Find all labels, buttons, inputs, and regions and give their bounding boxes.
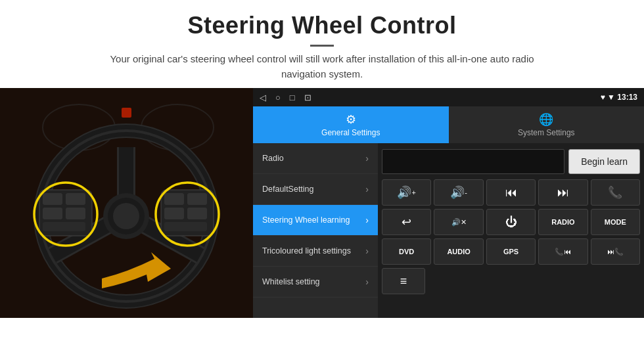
svg-rect-19 [43, 208, 62, 219]
dvd-button[interactable]: DVD [382, 238, 431, 265]
menu-item-default-label: DefaultSetting [262, 185, 314, 194]
clock: 13:13 [617, 93, 637, 102]
svg-rect-20 [66, 208, 85, 219]
page-subtitle: Your original car's steering wheel contr… [99, 52, 545, 81]
tab-system-label: System Settings [518, 128, 575, 137]
svg-rect-17 [43, 193, 62, 205]
begin-learn-row: Begin learn [382, 147, 640, 176]
system-settings-icon: 🌐 [539, 112, 553, 127]
svg-rect-23 [164, 193, 184, 205]
chevron-icon: › [365, 153, 369, 164]
power-button[interactable]: ⏻ [486, 209, 536, 235]
tab-bar: ⚙ General Settings 🌐 System Settings [253, 106, 644, 143]
left-menu: Radio › DefaultSetting › Steering Wheel … [253, 143, 378, 318]
radio-button[interactable]: RADIO [538, 209, 587, 235]
prev-track-button[interactable]: ⏮ [486, 179, 536, 206]
android-ui: ◁ ○ □ ⊡ ♥ ▼ 13:13 ⚙ General Settings 🌐 S… [253, 88, 644, 318]
steering-wheel-svg [0, 88, 253, 318]
tab-general-label: General Settings [321, 128, 380, 137]
page-divider [310, 45, 334, 47]
status-bar: ◁ ○ □ ⊡ ♥ ▼ 13:13 [253, 88, 644, 106]
status-bar-nav: ◁ ○ □ ⊡ [260, 93, 311, 102]
menu-item-whitelist[interactable]: Whitelist setting › [253, 267, 378, 298]
tab-system[interactable]: 🌐 System Settings [449, 106, 645, 143]
volume-down-button[interactable]: 🔊- [434, 179, 483, 206]
recents-icon[interactable]: □ [290, 93, 295, 102]
chevron-icon: › [365, 184, 369, 194]
car-image-section [0, 88, 253, 318]
menu-item-steering-label: Steering Wheel learning [262, 215, 350, 225]
chevron-icon: › [365, 246, 369, 256]
menu-item-tricoloured-label: Tricoloured light settings [262, 246, 351, 256]
control-row-4: ≡ [382, 268, 640, 294]
svg-rect-26 [187, 208, 207, 219]
menu-item-radio-label: Radio [262, 154, 284, 164]
mute-button[interactable]: 🔊✕ [434, 209, 483, 235]
svg-point-15 [113, 203, 139, 229]
menu-item-steering[interactable]: Steering Wheel learning › [253, 205, 378, 236]
back-icon[interactable]: ◁ [260, 93, 266, 102]
control-row-2: ↩ 🔊✕ ⏻ RADIO MODE [382, 209, 640, 235]
svg-rect-3 [122, 108, 131, 118]
control-row-3: DVD AUDIO GPS 📞⏮ ⏭📞 [382, 238, 640, 265]
learn-display [382, 149, 564, 174]
svg-rect-24 [187, 193, 207, 205]
page-title: Steering Wheel Control [13, 12, 631, 39]
audio-button[interactable]: AUDIO [434, 238, 483, 265]
car-image-bg [0, 88, 253, 318]
tab-general[interactable]: ⚙ General Settings [253, 106, 449, 143]
menu-item-radio[interactable]: Radio › [253, 143, 378, 174]
mode-button[interactable]: MODE [591, 209, 640, 235]
chevron-icon: › [365, 215, 369, 225]
status-time: ♥ ▼ 13:13 [601, 93, 637, 102]
gps-button[interactable]: GPS [486, 238, 536, 265]
menu-item-tricoloured[interactable]: Tricoloured light settings › [253, 236, 378, 267]
control-row-1: 🔊+ 🔊- ⏮ ⏭ 📞 [382, 179, 640, 206]
content-area: Radio › DefaultSetting › Steering Wheel … [253, 143, 644, 318]
phone-prev-button[interactable]: 📞⏮ [538, 238, 587, 265]
begin-learn-button[interactable]: Begin learn [568, 149, 640, 174]
svg-rect-25 [164, 208, 184, 219]
menu-list-button[interactable]: ≡ [382, 268, 425, 294]
chevron-icon: › [365, 277, 369, 287]
answer-button[interactable]: ↩ [382, 209, 431, 235]
right-panel: Begin learn 🔊+ 🔊- ⏮ ⏭ 📞 ↩ 🔊✕ ⏻ RADIO MOD [378, 143, 644, 318]
volume-up-button[interactable]: 🔊+ [382, 179, 431, 206]
svg-rect-27 [164, 222, 207, 231]
svg-rect-21 [43, 222, 85, 231]
menu-item-default[interactable]: DefaultSetting › [253, 174, 378, 205]
phone-button[interactable]: 📞 [591, 179, 640, 206]
page-header: Steering Wheel Control Your original car… [0, 0, 644, 88]
phone-next-button[interactable]: ⏭📞 [591, 238, 640, 265]
main-content: ◁ ○ □ ⊡ ♥ ▼ 13:13 ⚙ General Settings 🌐 S… [0, 88, 644, 318]
svg-rect-18 [66, 193, 85, 205]
menu-item-whitelist-label: Whitelist setting [262, 277, 320, 287]
general-settings-icon: ⚙ [346, 112, 356, 127]
signal-icon: ♥ ▼ [601, 93, 618, 102]
next-track-button[interactable]: ⏭ [538, 179, 587, 206]
home-icon[interactable]: ○ [275, 93, 281, 102]
menu-icon[interactable]: ⊡ [304, 93, 311, 102]
